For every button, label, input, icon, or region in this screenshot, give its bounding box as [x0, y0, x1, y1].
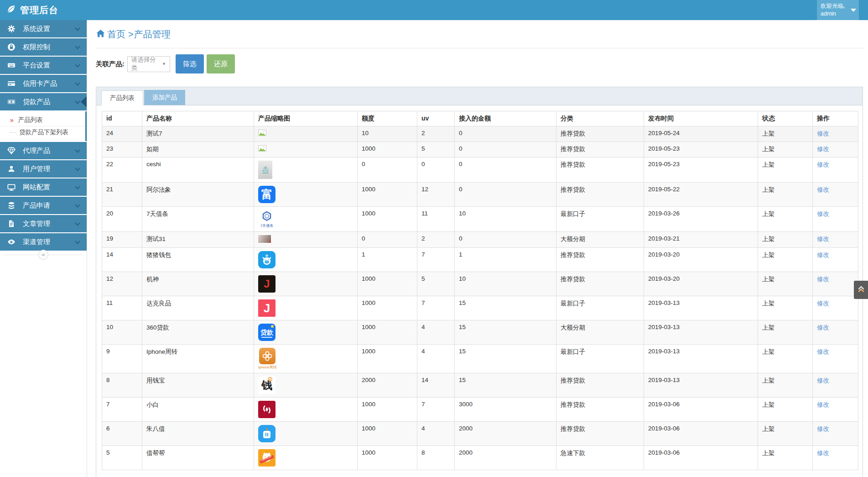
keyboard-icon	[7, 61, 16, 69]
column-header: id	[102, 111, 142, 126]
breadcrumb-home-link[interactable]: 首页	[96, 28, 125, 41]
filter-button[interactable]: 筛选	[176, 54, 204, 73]
sidebar-item-1[interactable]: 权限控制	[0, 38, 87, 56]
cell-amount: 15	[455, 345, 556, 373]
cell-id: 12	[102, 272, 142, 296]
chevron-down-icon	[75, 147, 80, 152]
edit-link[interactable]: 修改	[817, 236, 829, 242]
cell-status: 上架	[758, 446, 813, 470]
cell-category: 推荐贷款	[556, 248, 644, 272]
edit-link[interactable]: 修改	[817, 300, 829, 307]
cell-uv: 12	[417, 183, 455, 207]
cell-date: 2019-05-23	[644, 142, 758, 157]
edit-link[interactable]: 修改	[817, 450, 829, 456]
edit-link[interactable]: 修改	[817, 324, 829, 331]
sidebar-item-10[interactable]: 渠道管理	[0, 233, 87, 251]
cell-action: 修改	[813, 157, 858, 183]
cell-amount: 15	[455, 320, 556, 345]
table-row: 22ceshi000推荐贷款2019-05-23上架修改	[102, 157, 858, 183]
edit-link[interactable]: 修改	[817, 161, 829, 168]
edit-link[interactable]: 修改	[817, 425, 829, 432]
cell-amount: 10	[455, 272, 556, 296]
active-marker-icon: »	[10, 116, 14, 124]
chevrons-up-icon	[857, 285, 865, 295]
user-menu[interactable]: 欢迎光临, admin	[817, 0, 859, 20]
cell-thumb: J	[254, 272, 358, 296]
sidebar-item-5[interactable]: 代理产品	[0, 142, 87, 159]
cell-date: 2019-03-13	[644, 345, 758, 373]
sidebar-item-9[interactable]: 文章管理	[0, 215, 87, 232]
cell-id: 14	[102, 248, 142, 272]
cell-id: 20	[102, 207, 142, 232]
cell-action: 修改	[813, 345, 858, 373]
cell-quota: 1000	[358, 398, 417, 422]
cell-id: 8	[102, 373, 142, 398]
cell-thumb: J	[254, 296, 358, 320]
product-table-head-row: id产品名称产品缩略图额度uv接入的金额分类发布时间状态操作	[102, 111, 858, 126]
chevron-down-icon	[75, 166, 80, 171]
table-row: 21阿尔法象富1000120推荐贷款2019-05-22上架修改	[102, 183, 858, 207]
sidebar-item-0[interactable]: 系统设置	[0, 20, 87, 37]
cell-quota: 1000	[358, 183, 417, 207]
sidebar-item-4[interactable]: 贷款产品	[0, 93, 87, 110]
sidebar-item-8[interactable]: 产品申请	[0, 197, 87, 214]
cell-name: Iphone周转	[142, 345, 254, 373]
edit-link[interactable]: 修改	[817, 377, 829, 384]
table-row: 12机神J1000510推荐贷款2019-03-20上架修改	[102, 272, 858, 296]
product-thumbnail	[258, 425, 275, 442]
chevron-down-icon	[75, 220, 80, 225]
cell-name: 测试31	[142, 232, 254, 248]
sidebar-item-label: 信用卡产品	[23, 79, 57, 88]
column-header: uv	[417, 111, 455, 126]
cell-category: 推荐贷款	[556, 142, 644, 157]
edit-link[interactable]: 修改	[817, 401, 829, 408]
cell-date: 2019-03-13	[644, 320, 758, 345]
edit-link[interactable]: 修改	[817, 210, 829, 217]
column-header: 操作	[813, 111, 858, 126]
edit-link[interactable]: 修改	[817, 252, 829, 258]
product-thumbnail	[258, 161, 272, 179]
sidebar-item-7[interactable]: 网站配置	[0, 178, 87, 196]
tab-product-list[interactable]: 产品列表	[101, 90, 143, 105]
tab-add-product[interactable]: 添加产品	[144, 90, 185, 105]
cell-uv: 4	[417, 320, 455, 345]
edit-link[interactable]: 修改	[817, 276, 829, 283]
cell-thumb	[254, 422, 358, 446]
cell-date: 2019-03-13	[644, 373, 758, 398]
cell-uv: 4	[417, 345, 455, 373]
table-row: 19测试31020大额分期2019-03-21上架修改	[102, 232, 858, 248]
edit-link[interactable]: 修改	[817, 348, 829, 355]
product-thumbnail: J	[258, 299, 275, 317]
reset-button[interactable]: 还原	[207, 54, 235, 73]
product-thumbnail	[258, 145, 266, 152]
product-table: id产品名称产品缩略图额度uv接入的金额分类发布时间状态操作 24测试71020…	[102, 111, 858, 470]
edit-link[interactable]: 修改	[817, 146, 829, 152]
breadcrumb-separator: >	[128, 29, 134, 40]
edit-link[interactable]: 修改	[817, 186, 829, 193]
cell-date: 2019-03-13	[644, 296, 758, 320]
database-icon	[7, 201, 16, 210]
welcome-text: 欢迎光临,	[821, 2, 851, 10]
cell-name: 借帮帮	[142, 446, 254, 470]
cell-uv: 7	[417, 398, 455, 422]
cell-amount: 0	[455, 126, 556, 142]
cell-date: 2019-05-22	[644, 183, 758, 207]
sidebar-subitem-1[interactable]: 贷款产品下架列表	[0, 126, 85, 138]
edit-link[interactable]: 修改	[817, 130, 829, 137]
username: admin	[821, 10, 851, 18]
sidebar-item-3[interactable]: 信用卡产品	[0, 75, 87, 92]
back-to-top-button[interactable]	[854, 281, 868, 299]
cell-name: 360贷款	[142, 320, 254, 345]
panel-body: id产品名称产品缩略图额度uv接入的金额分类发布时间状态操作 24测试71020…	[96, 105, 863, 477]
leaf-icon	[5, 4, 16, 16]
sidebar-subitem-0[interactable]: »产品列表	[0, 114, 85, 126]
sidebar-collapse-button[interactable]: «	[38, 250, 48, 260]
cell-status: 上架	[758, 207, 813, 232]
cell-name: 机神	[142, 272, 254, 296]
sidebar-item-6[interactable]: 用户管理	[0, 160, 87, 178]
sidebar-item-2[interactable]: 平台设置	[0, 57, 87, 74]
user-icon	[7, 165, 16, 173]
category-select[interactable]: 请选择分类 ▼	[127, 56, 170, 72]
cell-amount: 10	[455, 207, 556, 232]
cell-quota: 1000	[358, 446, 417, 470]
